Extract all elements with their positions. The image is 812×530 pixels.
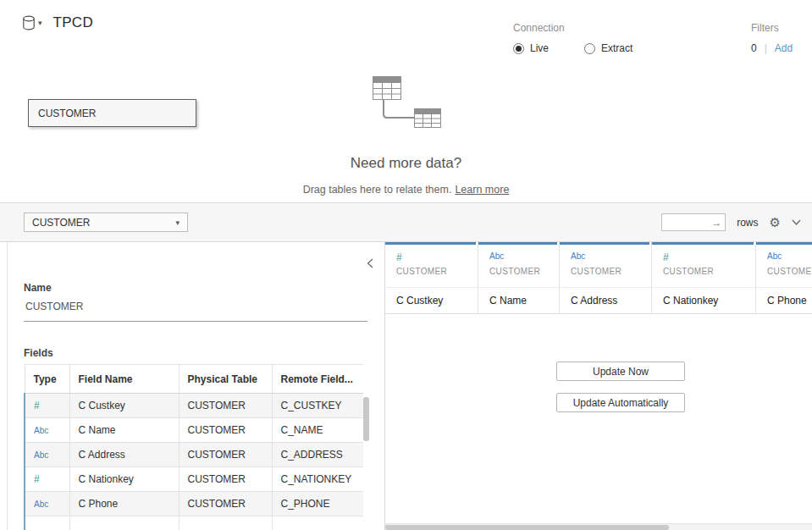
field-row[interactable]: # C Nationkey CUSTOMER C_NATIONKEY	[25, 467, 363, 492]
field-row[interactable]: # C Custkey CUSTOMER C_CUSTKEY	[25, 394, 363, 418]
number-type-icon: #	[34, 473, 40, 485]
row-limit-arrow-icon[interactable]: →	[711, 217, 726, 229]
collapse-panel-icon[interactable]	[367, 258, 373, 271]
filters-group: Filters 0 | Add	[751, 22, 793, 54]
table-toolbar: CUSTOMER ▾ → rows ⚙	[0, 203, 812, 242]
customer-table-node[interactable]: CUSTOMER	[28, 99, 196, 127]
col-header-remote-field: Remote Field...	[272, 365, 363, 394]
chevron-down-icon[interactable]	[792, 219, 801, 225]
extract-radio[interactable]: Extract	[584, 42, 632, 54]
data-grid-panel: # CUSTOMER C Custkey Abc CUSTOMER C Name…	[385, 242, 812, 530]
col-header-type: Type	[25, 365, 69, 394]
grid-column-field: C Name	[478, 287, 559, 313]
horizontal-scrollbar[interactable]	[385, 523, 812, 530]
live-radio-circle[interactable]	[513, 43, 524, 54]
drag-tables-text: Drag tables here to relate them.	[303, 184, 452, 196]
col-header-physical-table: Physical Table	[179, 365, 272, 394]
name-label: Name	[24, 282, 52, 294]
learn-more-link[interactable]: Learn more	[455, 184, 509, 196]
relationship-canvas: ▾ TPCD Connection Live Extract Filters 0…	[0, 0, 812, 203]
horizontal-scrollbar-thumb[interactable]	[385, 525, 669, 530]
empty-state-title: Need more data?	[0, 155, 812, 172]
field-row[interactable]: Abc C Address CUSTOMER C_ADDRESS	[25, 443, 363, 467]
select-caret-icon: ▾	[175, 218, 180, 227]
datasource-title-row: ▾ TPCD	[22, 14, 93, 31]
col-header-field-name: Field Name	[69, 365, 179, 394]
database-caret-icon[interactable]: ▾	[38, 19, 42, 27]
update-automatically-button[interactable]: Update Automatically	[556, 393, 685, 412]
string-type-icon: Abc	[571, 251, 640, 263]
grid-column-field: C Address	[560, 287, 651, 313]
connection-group: Connection Live Extract	[513, 22, 632, 54]
string-type-icon: Abc	[34, 450, 48, 460]
string-type-icon: Abc	[489, 251, 548, 263]
grid-column-header[interactable]: Abc CUSTOMER C Phone	[756, 242, 812, 313]
bottom-section: Name CUSTOMER Fields Type Field Name Phy…	[8, 242, 812, 530]
connection-label: Connection	[513, 22, 632, 34]
grid-column-header[interactable]: Abc CUSTOMER C Address	[560, 242, 652, 313]
live-radio-label: Live	[530, 42, 549, 54]
tableau-datasource-page: ▾ TPCD Connection Live Extract Filters 0…	[0, 0, 812, 530]
grid-column-table: CUSTOMER	[767, 267, 812, 276]
grid-column-field: C Phone	[756, 287, 812, 313]
live-radio[interactable]: Live	[513, 42, 549, 54]
update-now-button[interactable]: Update Now	[556, 362, 685, 381]
name-value-field[interactable]: CUSTOMER	[24, 301, 367, 322]
grid-column-table: CUSTOMER	[571, 267, 640, 276]
string-type-icon: Abc	[34, 426, 48, 435]
string-type-icon: Abc	[767, 251, 812, 263]
fields-scrollbar-thumb[interactable]	[363, 397, 369, 441]
rows-label: rows	[737, 217, 758, 229]
table-select-dropdown[interactable]: CUSTOMER ▾	[24, 213, 188, 232]
grid-column-table: CUSTOMER	[396, 267, 467, 276]
relate-tables-illustration	[372, 75, 450, 134]
row-limit-input[interactable]	[662, 215, 711, 229]
grid-column-table: CUSTOMER	[663, 267, 744, 276]
filters-label: Filters	[751, 22, 793, 34]
extract-radio-label: Extract	[601, 42, 632, 54]
filters-count: 0	[751, 42, 757, 54]
empty-state-subtitle: Drag tables here to relate them.Learn mo…	[0, 184, 812, 196]
grid-column-field: C Custkey	[385, 287, 478, 313]
string-type-icon: Abc	[34, 500, 48, 509]
table-select-value: CUSTOMER	[32, 217, 90, 229]
toolbar-right-cluster: → rows ⚙	[661, 213, 801, 231]
add-filter-link[interactable]: Add	[775, 42, 793, 54]
extract-radio-circle[interactable]	[584, 43, 595, 54]
database-icon[interactable]	[22, 15, 36, 31]
update-buttons-group: Update Now Update Automatically	[556, 362, 685, 412]
gear-icon[interactable]: ⚙	[770, 216, 781, 229]
number-type-icon: #	[663, 251, 744, 263]
grid-column-header[interactable]: Abc CUSTOMER C Name	[478, 242, 560, 313]
grid-column-header[interactable]: # CUSTOMER C Nationkey	[652, 242, 756, 313]
fields-header-row: Type Field Name Physical Table Remote Fi…	[25, 365, 363, 394]
field-row[interactable]: Abc C Name CUSTOMER C_NAME	[25, 418, 363, 443]
data-grid-header: # CUSTOMER C Custkey Abc CUSTOMER C Name…	[385, 242, 812, 314]
field-row-partial	[25, 516, 363, 530]
filters-divider: |	[765, 42, 767, 54]
fields-table-container: Type Field Name Physical Table Remote Fi…	[24, 364, 363, 530]
number-type-icon: #	[396, 251, 467, 263]
grid-column-table: CUSTOMER	[489, 267, 548, 276]
metadata-panel: Name CUSTOMER Fields Type Field Name Phy…	[8, 242, 385, 530]
grid-column-field: C Nationkey	[652, 287, 755, 313]
fields-label: Fields	[24, 347, 53, 359]
field-row[interactable]: Abc C Phone CUSTOMER C_PHONE	[25, 492, 363, 516]
datasource-title: TPCD	[53, 14, 93, 31]
grid-column-header[interactable]: # CUSTOMER C Custkey	[385, 242, 478, 313]
number-type-icon: #	[34, 400, 40, 411]
fields-table: Type Field Name Physical Table Remote Fi…	[24, 364, 363, 530]
row-limit-box: →	[661, 213, 726, 231]
